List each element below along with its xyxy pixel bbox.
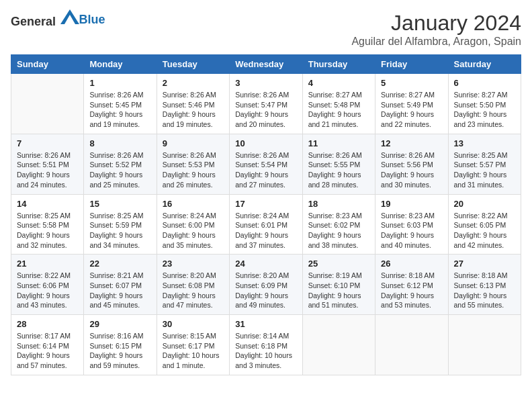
day-cell: 20Sunrise: 8:22 AMSunset: 6:05 PMDayligh… bbox=[448, 194, 521, 255]
day-number: 6 bbox=[454, 78, 515, 88]
header-cell-monday: Monday bbox=[84, 55, 157, 74]
week-row-2: 7Sunrise: 8:26 AMSunset: 5:51 PMDaylight… bbox=[11, 134, 521, 194]
header-cell-thursday: Thursday bbox=[302, 55, 375, 74]
day-info: Sunrise: 8:25 AMSunset: 5:58 PMDaylight:… bbox=[17, 211, 78, 250]
header-row: SundayMondayTuesdayWednesdayThursdayFrid… bbox=[11, 55, 521, 74]
day-cell bbox=[302, 315, 375, 375]
day-cell: 16Sunrise: 8:24 AMSunset: 6:00 PMDayligh… bbox=[157, 194, 229, 255]
day-number: 16 bbox=[163, 199, 224, 209]
day-cell bbox=[11, 74, 84, 134]
day-number: 1 bbox=[89, 78, 150, 88]
day-cell: 24Sunrise: 8:20 AMSunset: 6:09 PMDayligh… bbox=[230, 255, 302, 315]
day-number: 27 bbox=[454, 259, 515, 269]
header-cell-wednesday: Wednesday bbox=[230, 55, 302, 74]
day-cell: 4Sunrise: 8:27 AMSunset: 5:48 PMDaylight… bbox=[302, 74, 375, 134]
week-row-1: 1Sunrise: 8:26 AMSunset: 5:45 PMDaylight… bbox=[11, 74, 521, 134]
day-info: Sunrise: 8:22 AMSunset: 6:05 PMDaylight:… bbox=[454, 211, 515, 250]
day-number: 28 bbox=[17, 319, 78, 329]
day-number: 23 bbox=[163, 259, 224, 269]
day-cell bbox=[448, 315, 521, 375]
day-number: 3 bbox=[235, 78, 296, 88]
day-cell: 14Sunrise: 8:25 AMSunset: 5:58 PMDayligh… bbox=[11, 194, 84, 255]
header-cell-tuesday: Tuesday bbox=[157, 55, 229, 74]
day-cell: 25Sunrise: 8:19 AMSunset: 6:10 PMDayligh… bbox=[302, 255, 375, 315]
day-info: Sunrise: 8:27 AMSunset: 5:49 PMDaylight:… bbox=[381, 90, 442, 130]
day-number: 21 bbox=[17, 259, 78, 269]
day-cell: 30Sunrise: 8:15 AMSunset: 6:17 PMDayligh… bbox=[157, 315, 229, 375]
day-number: 26 bbox=[381, 259, 442, 269]
day-number: 15 bbox=[89, 199, 150, 209]
day-cell: 31Sunrise: 8:14 AMSunset: 6:18 PMDayligh… bbox=[230, 315, 302, 375]
day-info: Sunrise: 8:26 AMSunset: 5:53 PMDaylight:… bbox=[163, 150, 224, 190]
day-info: Sunrise: 8:18 AMSunset: 6:13 PMDaylight:… bbox=[454, 271, 515, 310]
day-cell: 11Sunrise: 8:26 AMSunset: 5:55 PMDayligh… bbox=[302, 134, 375, 194]
day-cell: 28Sunrise: 8:17 AMSunset: 6:14 PMDayligh… bbox=[11, 315, 84, 375]
day-info: Sunrise: 8:26 AMSunset: 5:45 PMDaylight:… bbox=[89, 90, 150, 130]
day-info: Sunrise: 8:26 AMSunset: 5:51 PMDaylight:… bbox=[17, 150, 78, 190]
day-info: Sunrise: 8:26 AMSunset: 5:52 PMDaylight:… bbox=[89, 150, 150, 190]
page-subtitle: Aguilar del Alfambra, Aragon, Spain bbox=[351, 36, 521, 48]
day-info: Sunrise: 8:23 AMSunset: 6:03 PMDaylight:… bbox=[381, 211, 442, 250]
day-info: Sunrise: 8:19 AMSunset: 6:10 PMDaylight:… bbox=[308, 271, 369, 310]
day-cell: 13Sunrise: 8:25 AMSunset: 5:57 PMDayligh… bbox=[448, 134, 521, 194]
day-cell: 21Sunrise: 8:22 AMSunset: 6:06 PMDayligh… bbox=[11, 255, 84, 315]
day-number: 4 bbox=[308, 78, 369, 88]
day-cell bbox=[375, 315, 448, 375]
day-info: Sunrise: 8:26 AMSunset: 5:56 PMDaylight:… bbox=[381, 150, 442, 190]
day-info: Sunrise: 8:20 AMSunset: 6:09 PMDaylight:… bbox=[235, 271, 296, 310]
day-number: 2 bbox=[163, 78, 224, 88]
day-cell: 7Sunrise: 8:26 AMSunset: 5:51 PMDaylight… bbox=[11, 134, 84, 194]
day-info: Sunrise: 8:17 AMSunset: 6:14 PMDaylight:… bbox=[17, 331, 78, 371]
day-number: 9 bbox=[163, 138, 224, 148]
day-number: 25 bbox=[308, 259, 369, 269]
day-info: Sunrise: 8:22 AMSunset: 6:06 PMDaylight:… bbox=[17, 271, 78, 310]
day-info: Sunrise: 8:24 AMSunset: 6:00 PMDaylight:… bbox=[163, 211, 224, 250]
day-info: Sunrise: 8:26 AMSunset: 5:55 PMDaylight:… bbox=[308, 150, 369, 190]
day-number: 17 bbox=[235, 199, 296, 209]
day-cell: 15Sunrise: 8:25 AMSunset: 5:59 PMDayligh… bbox=[84, 194, 157, 255]
day-info: Sunrise: 8:24 AMSunset: 6:01 PMDaylight:… bbox=[235, 211, 296, 250]
day-info: Sunrise: 8:27 AMSunset: 5:50 PMDaylight:… bbox=[454, 90, 515, 130]
day-cell: 23Sunrise: 8:20 AMSunset: 6:08 PMDayligh… bbox=[157, 255, 229, 315]
week-row-5: 28Sunrise: 8:17 AMSunset: 6:14 PMDayligh… bbox=[11, 315, 521, 375]
day-number: 10 bbox=[235, 138, 296, 148]
day-number: 20 bbox=[454, 199, 515, 209]
day-info: Sunrise: 8:26 AMSunset: 5:54 PMDaylight:… bbox=[235, 150, 296, 190]
logo: General Blue bbox=[11, 11, 105, 29]
day-info: Sunrise: 8:27 AMSunset: 5:48 PMDaylight:… bbox=[308, 90, 369, 130]
day-cell: 1Sunrise: 8:26 AMSunset: 5:45 PMDaylight… bbox=[84, 74, 157, 134]
day-number: 18 bbox=[308, 199, 369, 209]
day-cell: 3Sunrise: 8:26 AMSunset: 5:47 PMDaylight… bbox=[230, 74, 302, 134]
day-number: 11 bbox=[308, 138, 369, 148]
week-row-3: 14Sunrise: 8:25 AMSunset: 5:58 PMDayligh… bbox=[11, 194, 521, 255]
day-number: 31 bbox=[235, 319, 296, 329]
day-cell: 5Sunrise: 8:27 AMSunset: 5:49 PMDaylight… bbox=[375, 74, 448, 134]
day-number: 24 bbox=[235, 259, 296, 269]
day-number: 5 bbox=[381, 78, 442, 88]
day-info: Sunrise: 8:23 AMSunset: 6:02 PMDaylight:… bbox=[308, 211, 369, 250]
day-number: 22 bbox=[89, 259, 150, 269]
day-info: Sunrise: 8:25 AMSunset: 5:59 PMDaylight:… bbox=[89, 211, 150, 250]
header-cell-saturday: Saturday bbox=[448, 55, 521, 74]
day-cell: 10Sunrise: 8:26 AMSunset: 5:54 PMDayligh… bbox=[230, 134, 302, 194]
day-cell: 29Sunrise: 8:16 AMSunset: 6:15 PMDayligh… bbox=[84, 315, 157, 375]
day-cell: 26Sunrise: 8:18 AMSunset: 6:12 PMDayligh… bbox=[375, 255, 448, 315]
day-number: 30 bbox=[163, 319, 224, 329]
day-cell: 19Sunrise: 8:23 AMSunset: 6:03 PMDayligh… bbox=[375, 194, 448, 255]
day-info: Sunrise: 8:20 AMSunset: 6:08 PMDaylight:… bbox=[163, 271, 224, 310]
calendar-body: 1Sunrise: 8:26 AMSunset: 5:45 PMDaylight… bbox=[11, 74, 521, 375]
calendar-header: SundayMondayTuesdayWednesdayThursdayFrid… bbox=[11, 55, 521, 74]
day-info: Sunrise: 8:14 AMSunset: 6:18 PMDaylight:… bbox=[235, 331, 296, 371]
day-cell: 22Sunrise: 8:21 AMSunset: 6:07 PMDayligh… bbox=[84, 255, 157, 315]
page-header: General Blue January 2024 Aguilar del Al… bbox=[11, 11, 521, 48]
day-cell: 6Sunrise: 8:27 AMSunset: 5:50 PMDaylight… bbox=[448, 74, 521, 134]
day-cell: 27Sunrise: 8:18 AMSunset: 6:13 PMDayligh… bbox=[448, 255, 521, 315]
day-number: 19 bbox=[381, 199, 442, 209]
day-info: Sunrise: 8:26 AMSunset: 5:47 PMDaylight:… bbox=[235, 90, 296, 130]
day-number: 14 bbox=[17, 199, 78, 209]
day-number: 29 bbox=[89, 319, 150, 329]
day-info: Sunrise: 8:18 AMSunset: 6:12 PMDaylight:… bbox=[381, 271, 442, 310]
day-info: Sunrise: 8:16 AMSunset: 6:15 PMDaylight:… bbox=[89, 331, 150, 371]
header-cell-sunday: Sunday bbox=[11, 55, 84, 74]
day-info: Sunrise: 8:26 AMSunset: 5:46 PMDaylight:… bbox=[163, 90, 224, 130]
